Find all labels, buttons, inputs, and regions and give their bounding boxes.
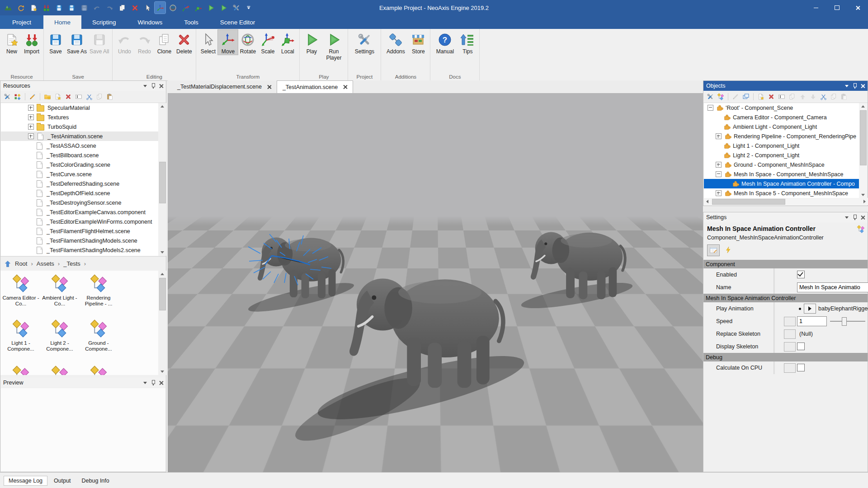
asset-tile[interactable]: Camera Editor - Co... xyxy=(2,274,39,307)
settings-icon[interactable] xyxy=(231,2,241,14)
paste-icon[interactable] xyxy=(106,93,114,101)
reference-button[interactable] xyxy=(784,317,796,326)
addons-button[interactable]: Addons xyxy=(383,30,408,55)
tab-testanimation[interactable]: _TestAnimation.scene xyxy=(277,80,353,93)
new-folder-icon[interactable] xyxy=(43,93,52,101)
undo-button[interactable]: Undo xyxy=(114,30,134,55)
tree-row[interactable]: Ambient Light - Component_Light xyxy=(704,122,860,131)
rename-icon[interactable] xyxy=(75,93,83,101)
save-button[interactable]: Save xyxy=(46,30,66,55)
pin-icon[interactable] xyxy=(853,83,857,89)
move-up-icon[interactable] xyxy=(798,93,807,101)
asset-tile[interactable] xyxy=(80,366,117,375)
objects-vscrollbar[interactable] xyxy=(859,103,867,198)
tab-home[interactable]: Home xyxy=(43,15,81,29)
redo-button[interactable]: Redo xyxy=(134,30,154,55)
copy-icon[interactable] xyxy=(95,93,104,101)
reference-button[interactable] xyxy=(784,329,796,339)
new-resource-icon[interactable] xyxy=(54,93,62,101)
tree-row[interactable]: _TestCurve.scene xyxy=(1,169,158,179)
move-button[interactable]: Move xyxy=(218,30,238,55)
expander-collapsed-icon[interactable] xyxy=(716,162,722,168)
tree-row[interactable]: 'Root' - Component_Scene xyxy=(704,103,860,113)
edit-icon[interactable] xyxy=(28,93,37,101)
new-object-icon[interactable] xyxy=(757,93,765,101)
tree-row[interactable]: Rendering Pipeline - Component_Rendering… xyxy=(704,131,860,141)
resources-scrollbar[interactable] xyxy=(158,103,166,256)
options-icon[interactable] xyxy=(3,93,11,101)
panel-menu-icon[interactable] xyxy=(143,382,147,384)
enabled-checkbox[interactable] xyxy=(797,271,805,278)
reference-button[interactable] xyxy=(784,342,796,352)
manual-button[interactable]: Manual xyxy=(432,30,458,55)
tab-scripting[interactable]: Scripting xyxy=(81,15,127,29)
options-icon[interactable] xyxy=(706,93,714,101)
save-as-button[interactable]: Save As xyxy=(66,30,88,55)
reference-button[interactable] xyxy=(784,363,796,373)
new-button[interactable]: New xyxy=(2,30,22,55)
play-icon[interactable] xyxy=(205,2,216,14)
clone-button[interactable]: Clone xyxy=(154,30,174,55)
tree-row-selected[interactable]: Mesh In Space Animation Controller - Com… xyxy=(704,179,860,188)
store-button[interactable]: Store xyxy=(408,30,428,55)
project-menu-button[interactable]: Project xyxy=(0,15,43,29)
up-level-icon[interactable] xyxy=(4,260,11,267)
asset-tile[interactable]: Light 1 - Compone... xyxy=(2,319,39,352)
tab-windows[interactable]: Windows xyxy=(127,15,174,29)
tree-row[interactable]: _TestASSAO.scene xyxy=(1,141,158,150)
expander-collapsed-icon[interactable] xyxy=(28,114,34,120)
run-player-icon[interactable] xyxy=(218,2,229,14)
group-header-controller[interactable]: Mesh In Space Animation Controller xyxy=(703,294,868,302)
tree-row[interactable]: SpecularMaterial xyxy=(1,103,158,113)
tree-row[interactable]: _TestDeferredShading.scene xyxy=(1,179,158,188)
local-icon[interactable] xyxy=(193,2,203,14)
tree-row[interactable]: Camera Editor - Component_Camera xyxy=(704,113,860,122)
tree-row[interactable]: _TestFilamentFlightHelmet.scene xyxy=(1,226,158,236)
expander-expanded-icon[interactable] xyxy=(708,105,713,111)
close-icon[interactable] xyxy=(159,84,163,88)
play-button[interactable]: Play xyxy=(302,30,321,55)
speed-slider-track[interactable] xyxy=(830,321,865,322)
tab-output[interactable]: Output xyxy=(49,476,75,485)
tree-row[interactable]: _TestColorGrading.scene xyxy=(1,160,158,169)
tab-message-log[interactable]: Message Log xyxy=(4,476,47,486)
tab-tools[interactable]: Tools xyxy=(173,15,209,29)
tree-row[interactable]: _TestBillboard.scene xyxy=(1,150,158,160)
panel-menu-icon[interactable] xyxy=(845,216,849,219)
display-skeleton-checkbox[interactable] xyxy=(797,343,805,350)
tree-row[interactable]: _TestEditorExampleCanvas.component xyxy=(1,207,158,217)
minimize-button[interactable] xyxy=(806,0,826,15)
replace-skeleton-value[interactable]: (Null) xyxy=(799,331,813,337)
local-button[interactable]: Local xyxy=(278,30,297,55)
assets-scrollbar[interactable] xyxy=(158,271,166,375)
close-tab-icon[interactable] xyxy=(343,85,347,89)
pin-icon[interactable] xyxy=(151,83,155,89)
save-all-icon[interactable] xyxy=(79,2,90,14)
create-component-icon[interactable] xyxy=(717,93,725,101)
save-as-icon[interactable] xyxy=(66,2,77,14)
group-header-component[interactable]: Component xyxy=(703,260,868,268)
delete-icon[interactable] xyxy=(129,2,140,14)
asset-tile[interactable]: Light 2 - Compone... xyxy=(41,319,78,352)
delete-icon[interactable] xyxy=(64,93,72,101)
neoaxis-logo-icon[interactable] xyxy=(3,2,14,14)
move-icon[interactable] xyxy=(155,2,165,14)
speed-slider-thumb[interactable] xyxy=(842,317,847,326)
tree-row-selected[interactable]: _TestAnimation.scene xyxy=(1,131,158,141)
run-player-button[interactable]: Run Player xyxy=(321,30,346,61)
refresh-icon[interactable] xyxy=(15,2,26,14)
cut-icon[interactable] xyxy=(819,93,827,101)
objects-hscrollbar[interactable] xyxy=(704,198,868,205)
tips-button[interactable]: Tips xyxy=(458,30,477,55)
redo-icon[interactable] xyxy=(104,2,115,14)
settings-button[interactable]: Settings xyxy=(350,30,379,55)
expander-collapsed-icon[interactable] xyxy=(28,133,34,139)
tab-debug-info[interactable]: Debug Info xyxy=(77,476,114,485)
expander-collapsed-icon[interactable] xyxy=(716,133,722,139)
asset-tile[interactable]: Ambient Light - Co... xyxy=(41,274,78,307)
rotate-button[interactable]: Rotate xyxy=(238,30,258,55)
breadcrumb-item-tests[interactable]: _Tests xyxy=(63,260,80,267)
toolbar-options-icon[interactable] xyxy=(243,2,254,14)
filter-icon[interactable] xyxy=(14,93,22,101)
close-icon[interactable] xyxy=(861,84,865,88)
